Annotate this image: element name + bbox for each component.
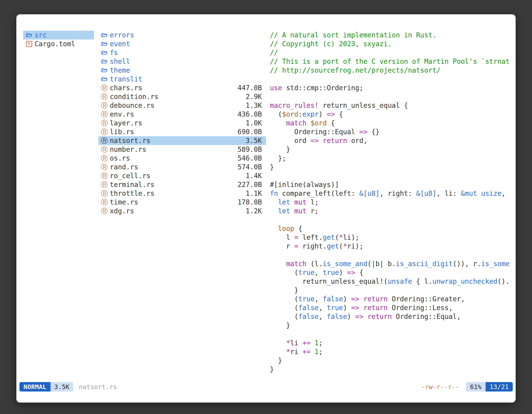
file-row-lib-rs[interactable]: Ⓡlib.rs690.0B bbox=[98, 127, 266, 136]
file-row-terminal-rs[interactable]: Ⓡterminal.rs227.0B bbox=[98, 180, 266, 189]
file-row-ro_cell-rs[interactable]: Ⓡro_cell.rs1.4K bbox=[98, 171, 266, 180]
file-row-rand-rs[interactable]: Ⓡrand.rs574.0B bbox=[98, 163, 266, 171]
file-size: 447.0B bbox=[238, 84, 262, 92]
file-row-theme[interactable]: theme bbox=[98, 66, 266, 75]
rust-file-icon: Ⓡ bbox=[100, 111, 108, 118]
rust-file-icon: Ⓡ bbox=[100, 181, 108, 188]
file-size: 1.0K bbox=[246, 119, 262, 127]
code-line: return_unless_equal!(unsafe { l.unwrap_u… bbox=[270, 277, 511, 286]
file-name: os.rs bbox=[110, 154, 130, 162]
code-line bbox=[270, 75, 511, 83]
file-name: translit bbox=[110, 75, 142, 83]
cursor-position-chip: 13/21 bbox=[485, 382, 513, 392]
code-line: *ri += 1; bbox=[270, 347, 511, 356]
file-size: 690.0B bbox=[238, 128, 262, 136]
file-row-env-rs[interactable]: Ⓡenv.rs436.0B bbox=[98, 110, 266, 119]
status-left: NORMAL 3.5K natsort.rs bbox=[19, 382, 117, 392]
code-line: match (l.is_some_and(|b| b.is_ascii_digi… bbox=[270, 259, 511, 268]
rust-file-icon: Ⓡ bbox=[100, 199, 108, 206]
file-row-fs[interactable]: fs bbox=[98, 48, 266, 57]
file-name: shell bbox=[110, 58, 130, 66]
folder-open-icon bbox=[100, 67, 108, 73]
rust-file-icon: Ⓡ bbox=[100, 146, 108, 153]
file-row-src[interactable]: src bbox=[23, 31, 94, 39]
file-name: lib.rs bbox=[110, 128, 134, 136]
file-name: throttle.rs bbox=[110, 189, 155, 197]
folder-open-icon bbox=[100, 50, 108, 55]
code-line: use std::cmp::Ordering; bbox=[270, 83, 511, 92]
file-name: Cargo.toml bbox=[35, 40, 75, 48]
rust-file-icon: Ⓡ bbox=[100, 93, 108, 100]
code-line: ord => return ord, bbox=[270, 136, 511, 145]
file-row-throttle-rs[interactable]: Ⓡthrottle.rs1.1K bbox=[98, 189, 266, 198]
code-line: ($ord:expr) => { bbox=[270, 110, 511, 119]
code-line bbox=[270, 215, 511, 224]
code-line: }; bbox=[270, 154, 511, 163]
folder-open-icon bbox=[25, 32, 33, 38]
rust-file-icon: Ⓡ bbox=[100, 155, 108, 162]
file-size: 1.2K bbox=[246, 207, 262, 215]
file-row-natsort-rs[interactable]: Ⓡnatsort.rs3.5K bbox=[98, 136, 266, 145]
file-name: natsort.rs bbox=[110, 137, 151, 144]
file-row-event[interactable]: event bbox=[98, 39, 266, 48]
file-name: errors bbox=[110, 31, 134, 39]
file-row-Cargo-toml[interactable]: TCargo.toml bbox=[23, 39, 94, 48]
rust-file-icon: Ⓡ bbox=[100, 190, 108, 197]
code-line: // This is a port of the C version of Ma… bbox=[270, 57, 511, 66]
file-size: 1.4K bbox=[246, 172, 262, 180]
file-row-chars-rs[interactable]: Ⓡchars.rs447.0B bbox=[98, 83, 266, 92]
folder-open-icon bbox=[100, 76, 108, 82]
file-size: 436.0B bbox=[238, 110, 262, 118]
scroll-percent-chip: 61% bbox=[466, 382, 485, 392]
code-line: l = left.get(*li); bbox=[270, 233, 511, 242]
rust-file-icon: Ⓡ bbox=[100, 164, 108, 170]
code-line: (false, false) => return Ordering::Equal… bbox=[270, 312, 511, 321]
code-line: macro_rules! return_unless_equal { bbox=[270, 101, 511, 110]
file-row-xdg-rs[interactable]: Ⓡxdg.rs1.2K bbox=[98, 207, 266, 215]
code-line: // bbox=[270, 48, 511, 57]
file-size: 2.9K bbox=[246, 93, 262, 101]
file-name: src bbox=[35, 31, 47, 39]
file-name: ro_cell.rs bbox=[110, 172, 151, 180]
rust-file-icon: Ⓡ bbox=[100, 102, 108, 109]
file-row-errors[interactable]: errors bbox=[98, 31, 266, 39]
file-name: debounce.rs bbox=[110, 101, 155, 109]
parent-pane: srcTCargo.toml bbox=[23, 31, 94, 48]
code-line: match $ord { bbox=[270, 119, 511, 127]
code-line: } bbox=[270, 145, 511, 154]
code-line: Ordering::Equal => {} bbox=[270, 127, 511, 136]
folder-open-icon bbox=[100, 41, 108, 47]
code-line: // http://sourcefrog.net/projects/natsor… bbox=[270, 66, 511, 75]
file-size: 546.0B bbox=[238, 154, 262, 162]
file-row-shell[interactable]: shell bbox=[98, 57, 266, 66]
status-filename: natsort.rs bbox=[79, 383, 117, 390]
file-name: event bbox=[110, 40, 130, 48]
folder-open-icon bbox=[100, 59, 108, 64]
file-size: 1.3K bbox=[246, 101, 262, 109]
code-line: loop { bbox=[270, 224, 511, 233]
code-line bbox=[270, 171, 511, 180]
file-row-layer-rs[interactable]: Ⓡlayer.rs1.0K bbox=[98, 119, 266, 127]
code-line: } bbox=[270, 163, 511, 171]
rust-file-icon: Ⓡ bbox=[100, 208, 108, 214]
file-row-debounce-rs[interactable]: Ⓡdebounce.rs1.3K bbox=[98, 101, 266, 110]
code-line: #[inline(always)] bbox=[270, 180, 511, 189]
file-row-translit[interactable]: translit bbox=[98, 75, 266, 83]
file-row-time-rs[interactable]: Ⓡtime.rs178.0B bbox=[98, 198, 266, 207]
file-row-condition-rs[interactable]: Ⓡcondition.rs2.9K bbox=[98, 92, 266, 101]
code-line: fn compare_left(left: &[u8], right: &[u8… bbox=[270, 189, 511, 198]
rust-file-icon: Ⓡ bbox=[100, 85, 108, 91]
code-line: // A natural sort implementation in Rust… bbox=[270, 31, 511, 39]
file-size: 589.0B bbox=[238, 145, 262, 154]
file-row-number-rs[interactable]: Ⓡnumber.rs589.0B bbox=[98, 145, 266, 154]
code-line: (true, true) => { bbox=[270, 268, 511, 277]
file-size: 178.0B bbox=[238, 198, 262, 206]
file-name: rand.rs bbox=[110, 163, 138, 171]
status-bar: NORMAL 3.5K natsort.rs -rw-r--r-- 61% 13… bbox=[19, 382, 513, 392]
file-row-os-rs[interactable]: Ⓡos.rs546.0B bbox=[98, 154, 266, 163]
rust-file-icon: Ⓡ bbox=[100, 128, 108, 135]
code-line: let mut l; bbox=[270, 198, 511, 207]
rust-file-icon: Ⓡ bbox=[100, 173, 108, 179]
file-name: theme bbox=[110, 66, 130, 74]
code-line bbox=[270, 250, 511, 259]
